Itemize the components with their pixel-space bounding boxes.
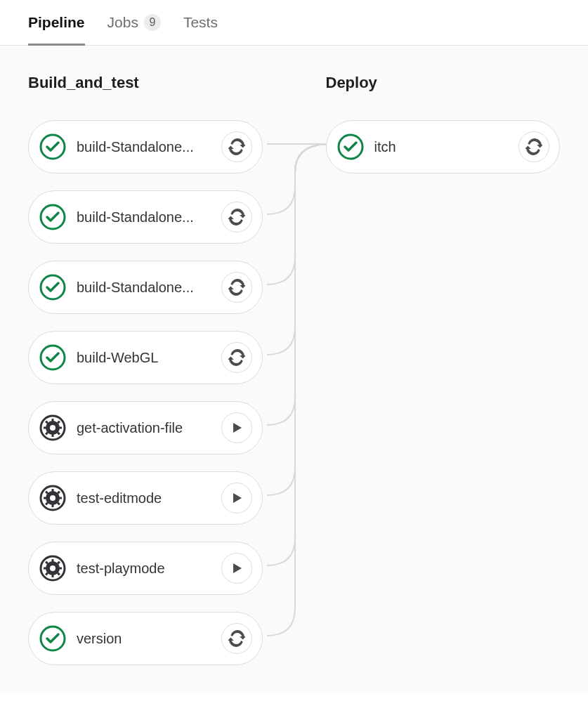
job-item[interactable]: test-editmode (28, 471, 263, 525)
svg-rect-29 (52, 559, 54, 562)
stage-build-and-test: Build_and_test build-Standalone... (28, 74, 263, 665)
status-manual-icon (39, 554, 67, 582)
stage-deploy: Deploy itch (326, 74, 561, 665)
svg-rect-9 (44, 427, 46, 429)
retry-button[interactable] (221, 342, 252, 373)
svg-rect-21 (59, 497, 62, 499)
job-name: version (77, 631, 216, 647)
tab-label: Pipeline (28, 14, 85, 31)
job-name: itch (374, 139, 514, 155)
job-name: get-activation-file (77, 420, 216, 436)
retry-icon (228, 279, 245, 296)
svg-rect-8 (52, 434, 54, 437)
retry-button[interactable] (221, 272, 252, 303)
svg-point-6 (50, 425, 55, 431)
status-manual-icon (39, 414, 67, 442)
status-passed-icon (39, 273, 67, 301)
tab-label: Tests (183, 14, 218, 31)
status-passed-icon (39, 133, 67, 161)
job-name: test-playmode (77, 561, 216, 577)
status-passed-icon (337, 133, 365, 161)
job-item[interactable]: test-playmode (28, 542, 263, 595)
jobs-count-badge: 9 (144, 14, 161, 31)
stage-title: Build_and_test (28, 74, 263, 92)
retry-icon (228, 138, 245, 155)
retry-icon (525, 138, 542, 155)
status-passed-icon (39, 624, 67, 653)
status-passed-icon (39, 203, 67, 231)
retry-icon (228, 630, 245, 647)
job-list: itch (326, 120, 561, 174)
tab-tests[interactable]: Tests (183, 14, 218, 46)
play-icon (230, 492, 243, 504)
retry-button[interactable] (518, 131, 549, 162)
job-item[interactable]: version (28, 612, 263, 665)
svg-rect-19 (52, 504, 54, 507)
svg-rect-18 (52, 489, 54, 492)
retry-button[interactable] (221, 623, 252, 654)
tabs: Pipeline Jobs 9 Tests (0, 0, 588, 46)
tab-label: Jobs (107, 14, 138, 31)
svg-point-17 (50, 495, 55, 501)
svg-rect-31 (44, 568, 46, 570)
job-name: build-Standalone... (77, 209, 216, 225)
play-button[interactable] (221, 553, 252, 584)
status-manual-icon (39, 484, 67, 512)
job-item[interactable]: itch (326, 120, 561, 174)
svg-rect-32 (59, 568, 62, 570)
tab-jobs[interactable]: Jobs 9 (107, 14, 161, 46)
job-item[interactable]: build-Standalone... (28, 120, 263, 174)
svg-rect-7 (52, 419, 54, 421)
job-name: build-Standalone... (77, 280, 216, 296)
job-item[interactable]: build-WebGL (28, 331, 263, 384)
job-name: build-Standalone... (77, 139, 216, 155)
stages-row: Build_and_test build-Standalone... (28, 74, 560, 665)
retry-icon (228, 209, 245, 225)
status-passed-icon (39, 343, 67, 372)
svg-rect-20 (44, 497, 46, 499)
svg-rect-30 (52, 575, 54, 577)
retry-button[interactable] (221, 131, 252, 162)
pipeline-graph: Build_and_test build-Standalone... (0, 46, 588, 693)
retry-button[interactable] (221, 202, 252, 233)
svg-point-28 (50, 565, 55, 571)
job-name: build-WebGL (77, 350, 216, 366)
job-item[interactable]: get-activation-file (28, 401, 263, 454)
play-button[interactable] (221, 483, 252, 513)
play-icon (230, 562, 243, 575)
play-icon (230, 421, 243, 434)
tab-pipeline[interactable]: Pipeline (28, 14, 85, 46)
svg-rect-10 (59, 427, 62, 429)
retry-icon (228, 349, 245, 366)
play-button[interactable] (221, 412, 252, 443)
job-item[interactable]: build-Standalone... (28, 190, 263, 244)
job-name: test-editmode (77, 490, 216, 506)
stage-title: Deploy (326, 74, 561, 92)
job-item[interactable]: build-Standalone... (28, 261, 263, 314)
job-list: build-Standalone... build-Standalone... (28, 120, 263, 665)
